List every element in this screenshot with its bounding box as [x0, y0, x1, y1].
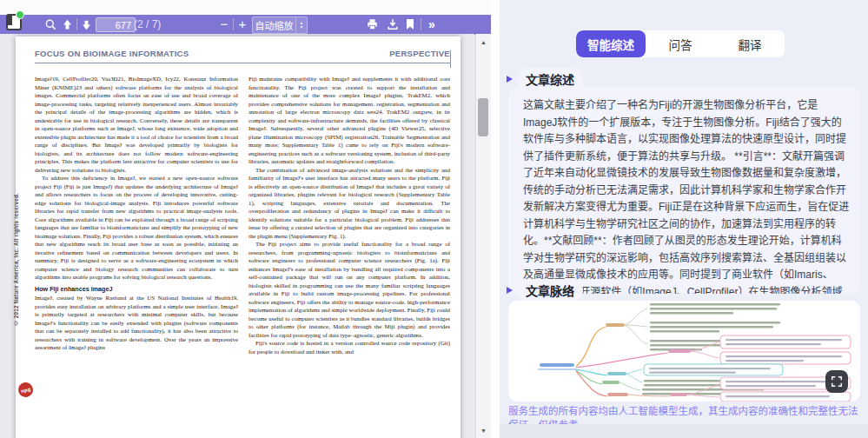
mindmap-expand-button[interactable] [825, 370, 848, 393]
paragraph: The Fiji project aims to provide useful … [248, 240, 450, 339]
download-icon [387, 18, 399, 30]
print-button[interactable] [363, 15, 381, 34]
more-tools-button[interactable]: » [423, 15, 441, 34]
header-tick [450, 50, 451, 68]
tab-translate[interactable]: 翻译 [715, 30, 785, 57]
paragraph: Fiji maintains compatibility with ImageJ… [248, 75, 450, 166]
divider [233, 18, 234, 30]
article-column-left: ImageJ19, CellProfiler20, Vaa3D21, BioIm… [35, 75, 238, 438]
paragraph: To address this deficiency in ImageJ, we… [35, 174, 238, 282]
top-strip [0, 0, 494, 15]
plus-glyph: + [239, 15, 247, 34]
paragraph: ImageJ19, CellProfiler20, Vaa3D21, BioIm… [35, 75, 238, 174]
status-dot [16, 10, 24, 19]
scroll-down-arrow[interactable]: ▼ [476, 424, 491, 436]
pdf-viewer-pane: (2 / 7) − + 自动缩放 ▴▾ [0, 0, 494, 438]
double-chevron-icon: » [428, 15, 435, 34]
zoom-mode-select[interactable]: 自动缩放 ▴▾ [252, 17, 308, 34]
paragraph: The combination of advanced image-analys… [248, 166, 450, 241]
expand-icon [831, 375, 843, 388]
tab-qa[interactable]: 问答 [646, 30, 715, 57]
tab-smart-summary[interactable]: 智能综述 [576, 30, 646, 57]
viewer-scrollbar[interactable]: ▲ ▼ [475, 34, 491, 438]
assistant-tabbar: 智能综述 问答 翻译 [576, 30, 785, 57]
article-column-right: Fiji maintains compatibility with ImageJ… [248, 75, 450, 438]
page-count-label: (2 / 7) [134, 18, 161, 30]
mindmap-card [508, 301, 860, 402]
app-window: (2 / 7) − + 自动缩放 ▴▾ [0, 0, 868, 438]
document-area: FOCUS ON BIOIMAGE INFORMATICS PERSPECTIV… [0, 34, 474, 438]
summary-text: 这篇文献主要介绍了一种名为Fiji的开源生物图像分析平台，它是ImageJ软件的… [523, 97, 851, 294]
arrow-up-icon [62, 19, 73, 30]
arrow-down-icon [81, 19, 92, 30]
section-label: FOCUS ON BIOIMAGE INFORMATICS [35, 49, 189, 63]
ai-panel: 智能综述 问答 翻译 文章综述 这篇文献主要介绍了一种名为Fiji的开源生物图像… [500, 0, 868, 438]
copyright-vertical-text: © 2012 Nature America, Inc. All rights r… [13, 193, 19, 326]
scrollbar-thumb[interactable] [478, 98, 488, 136]
download-button[interactable] [384, 15, 401, 34]
select-spinner-icon: ▴▾ [295, 17, 307, 33]
pdf-toolbar: (2 / 7) − + 自动缩放 ▴▾ [0, 15, 494, 35]
triangle-icon [507, 76, 513, 83]
pane-divider [491, 0, 500, 438]
page-down-button[interactable] [78, 15, 94, 34]
zoom-in-button[interactable]: + [235, 15, 249, 34]
page-header: FOCUS ON BIOIMAGE INFORMATICS PERSPECTIV… [35, 49, 450, 63]
npg-logo: npg [17, 381, 35, 399]
section-header-outline[interactable]: 文章脉络 [507, 279, 583, 302]
bookmark-icon [405, 18, 415, 30]
search-button[interactable] [42, 15, 59, 34]
section-subheading: How Fiji enhances ImageJ [35, 285, 238, 294]
page-up-button[interactable] [59, 15, 75, 34]
paragraph: Fiji's source code is hosted in a versio… [248, 339, 450, 355]
scroll-up-arrow[interactable]: ▲ [476, 36, 491, 48]
bottom-strip [500, 424, 868, 438]
printer-icon [366, 18, 379, 30]
divider [76, 18, 77, 30]
summary-card[interactable]: 这篇文献主要介绍了一种名为Fiji的开源生物图像分析平台，它是ImageJ软件的… [508, 87, 860, 294]
paragraph: ImageJ, created by Wayne Rasband at the … [35, 294, 238, 352]
article-type-label: PERSPECTIVE [389, 49, 450, 63]
triangle-icon [507, 287, 513, 294]
search-icon [44, 18, 57, 31]
divider [421, 18, 421, 30]
minus-glyph: − [221, 15, 229, 34]
zoom-out-button[interactable]: − [217, 15, 231, 34]
pdf-page: FOCUS ON BIOIMAGE INFORMATICS PERSPECTIV… [16, 36, 461, 438]
section-title: 文章脉络 [517, 279, 583, 302]
page-number-input[interactable] [96, 17, 136, 32]
bookmark-button[interactable] [402, 15, 418, 34]
mindmap-graphic [508, 301, 860, 402]
sidebar-toggle-button[interactable] [4, 10, 23, 31]
zoom-mode-value: 自动缩放 [253, 18, 295, 32]
